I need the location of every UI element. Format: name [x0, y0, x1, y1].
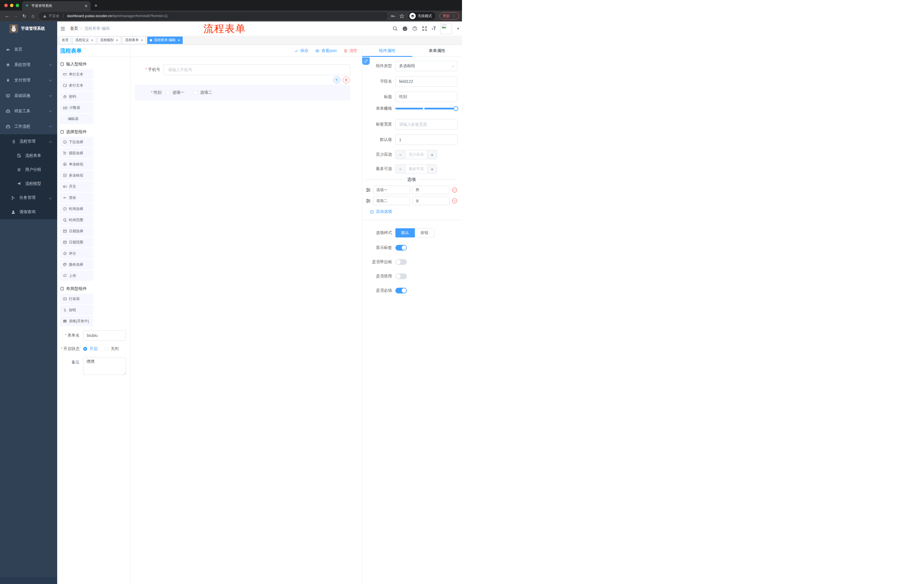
- component-switch[interactable]: 开关: [60, 181, 93, 192]
- sidebar-item-system[interactable]: 系统管理: [0, 57, 57, 72]
- browser-tab[interactable]: 芋道管理系统 ✕: [22, 1, 91, 11]
- max-select-value[interactable]: 最多可选: [405, 165, 427, 173]
- address-bar[interactable]: 不安全 dashboard.yudao.iocoder.cn/bpm/manag…: [39, 12, 388, 20]
- drag-handle-icon[interactable]: [366, 188, 371, 192]
- component-cascade-select[interactable]: 级联选择: [60, 148, 93, 158]
- tag-process-form[interactable]: 流程表单✕: [122, 36, 146, 44]
- update-chip[interactable]: 更新 ⋮: [439, 12, 459, 20]
- remove-option-button[interactable]: [452, 198, 457, 204]
- component-type-select[interactable]: 多选框组: [395, 61, 457, 71]
- add-option-button[interactable]: 添加选项: [370, 209, 457, 214]
- gender-option-2[interactable]: 选项二: [193, 90, 212, 95]
- drag-handle-icon[interactable]: [366, 198, 371, 204]
- duplicate-component-button[interactable]: [333, 77, 340, 84]
- option-value-input[interactable]: [412, 186, 450, 194]
- window-minimize-button[interactable]: [10, 4, 13, 7]
- component-time-picker[interactable]: 时间选择: [60, 204, 93, 214]
- field-phone[interactable]: * 手机号: [135, 64, 350, 75]
- browser-menu-icon[interactable]: ⋮: [452, 14, 456, 18]
- decrease-button[interactable]: −: [396, 165, 405, 173]
- decrease-button[interactable]: −: [396, 150, 405, 159]
- sidebar-item-workflow[interactable]: 工作流程: [0, 119, 57, 134]
- close-icon[interactable]: ✕: [116, 38, 118, 42]
- disabled-switch-off[interactable]: [395, 273, 407, 279]
- forward-icon[interactable]: →: [12, 13, 20, 18]
- tag-home[interactable]: 首页: [59, 36, 71, 44]
- tag-process-definition[interactable]: 流程定义✕: [73, 36, 96, 44]
- field-name-input[interactable]: [395, 76, 457, 87]
- slider-handle[interactable]: [454, 106, 458, 111]
- field-gender-selected[interactable]: * 性别 选项一 选项二: [135, 85, 350, 100]
- show-label-switch-on[interactable]: [395, 245, 407, 250]
- sidebar-item-process-form[interactable]: 流程表单: [0, 148, 57, 163]
- component-time-range[interactable]: 时间范围: [60, 215, 93, 225]
- sidebar-item-devtools[interactable]: 研发工具: [0, 104, 57, 119]
- title-input[interactable]: [395, 92, 457, 102]
- delete-component-button[interactable]: [343, 77, 350, 84]
- back-icon[interactable]: ←: [3, 13, 12, 18]
- option-label-input[interactable]: [373, 186, 410, 194]
- form-grid-slider[interactable]: [395, 108, 456, 109]
- new-tab-button[interactable]: +: [94, 2, 97, 9]
- component-date-picker[interactable]: 日期选择: [60, 226, 93, 236]
- component-radio-group[interactable]: 单选框组: [60, 159, 93, 169]
- sidebar-item-process-management[interactable]: 流程管理: [0, 134, 57, 148]
- sidebar-item-user-group[interactable]: 用户分组: [0, 163, 57, 176]
- option-label-input[interactable]: [373, 197, 410, 205]
- component-checkbox-group[interactable]: 多选框组: [60, 170, 93, 181]
- component-password[interactable]: 密码: [60, 91, 93, 102]
- tab-close-icon[interactable]: ✕: [84, 4, 88, 8]
- component-multi-line-text[interactable]: 多行文本: [60, 80, 93, 90]
- help-icon[interactable]: [412, 26, 417, 31]
- hamburger-icon[interactable]: [60, 26, 66, 31]
- save-button[interactable]: 保存: [294, 48, 308, 53]
- close-icon[interactable]: ✕: [177, 38, 180, 42]
- phone-input[interactable]: [163, 64, 350, 75]
- component-upload[interactable]: 上传: [60, 271, 93, 281]
- component-color-picker[interactable]: 颜色选择: [60, 260, 93, 270]
- search-icon[interactable]: [393, 26, 398, 31]
- gender-option-1[interactable]: 选项一: [166, 90, 185, 95]
- breadcrumb-home[interactable]: 首页: [70, 26, 78, 31]
- border-switch-off[interactable]: [395, 259, 407, 265]
- sidebar-item-payment[interactable]: ¥ 支付管理: [0, 72, 57, 88]
- tag-process-model[interactable]: 流程模型✕: [97, 36, 121, 44]
- home-icon[interactable]: ⌂: [29, 13, 37, 18]
- checkbox-icon[interactable]: [166, 90, 170, 95]
- url-text[interactable]: dashboard.yudao.iocoder.cn/bpm/manager/f…: [67, 14, 168, 18]
- component-rate[interactable]: 评分: [60, 248, 93, 258]
- component-dropdown-select[interactable]: 下拉选择: [60, 137, 93, 147]
- checkbox-icon[interactable]: [193, 90, 198, 95]
- sidebar-logo-row[interactable]: 芋道管理系统: [0, 21, 57, 36]
- label-width-input[interactable]: [395, 119, 457, 130]
- component-slider[interactable]: 滑块: [60, 192, 93, 203]
- remove-option-button[interactable]: [452, 187, 457, 193]
- component-counter[interactable]: 123 计数器: [60, 102, 93, 113]
- sidebar-item-infrastructure[interactable]: 基础设施: [0, 88, 57, 104]
- close-icon[interactable]: ✕: [91, 38, 94, 42]
- sidebar-item-leave-query[interactable]: 请假查询: [0, 205, 57, 219]
- reload-icon[interactable]: ↻: [20, 13, 29, 19]
- tag-process-form-edit[interactable]: 流程表单-编辑✕: [147, 36, 183, 44]
- caret-down-icon[interactable]: ▼: [457, 27, 460, 30]
- increase-button[interactable]: +: [427, 150, 437, 159]
- default-value-input[interactable]: [395, 135, 457, 145]
- component-editor[interactable]: 编辑器: [60, 114, 93, 124]
- required-switch-on[interactable]: [395, 288, 407, 292]
- window-controls[interactable]: [4, 4, 19, 7]
- min-select-value[interactable]: 至少应选: [405, 150, 427, 159]
- sidebar-item-home[interactable]: 首页: [0, 42, 57, 57]
- increase-button[interactable]: +: [427, 165, 437, 173]
- password-key-icon[interactable]: [391, 14, 395, 18]
- style-button-button[interactable]: 按钮: [415, 228, 434, 237]
- component-single-line-text[interactable]: 单行文本: [60, 69, 93, 79]
- style-default-button[interactable]: 默认: [395, 228, 415, 237]
- close-icon[interactable]: ✕: [140, 38, 143, 42]
- link-tag-button[interactable]: [362, 58, 370, 65]
- font-size-icon[interactable]: TT: [432, 26, 436, 31]
- bookmark-star-icon[interactable]: [399, 14, 404, 18]
- fullscreen-icon[interactable]: [422, 26, 427, 31]
- sidebar-item-process-model[interactable]: 流程模型: [0, 176, 57, 191]
- window-close-button[interactable]: [4, 4, 8, 7]
- github-icon[interactable]: [402, 26, 408, 31]
